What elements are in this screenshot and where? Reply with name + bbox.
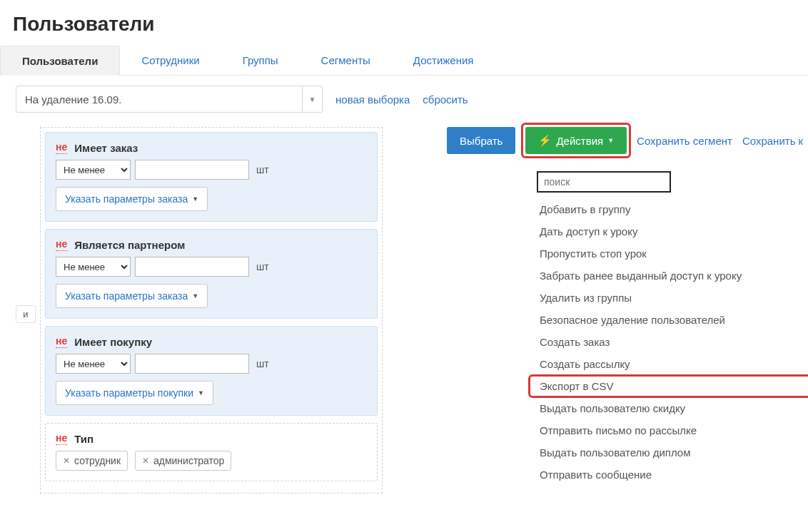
tabs-bar: Пользователи Сотрудники Группы Сегменты … — [0, 46, 808, 76]
chevron-down-icon: ▼ — [192, 195, 198, 203]
dropdown-item[interactable]: Пропустить стоп урок — [527, 242, 808, 265]
close-icon[interactable]: ✕ — [142, 456, 149, 466]
unit-label: шт — [256, 261, 269, 272]
conditions-column: не Имеет заказ Не менее шт Указать парам… — [40, 127, 383, 493]
action-bar: Выбрать ⚡ Действия ▼ Сохранить сегмент С… — [447, 127, 808, 154]
chip-employee[interactable]: ✕ сотрудник — [56, 451, 128, 471]
close-icon[interactable]: ✕ — [63, 456, 70, 466]
not-toggle[interactable]: не — [56, 432, 67, 445]
tab-groups[interactable]: Группы — [221, 46, 300, 75]
value-input[interactable] — [135, 354, 249, 374]
unit-label: шт — [256, 358, 269, 369]
not-toggle[interactable]: не — [56, 335, 67, 348]
saved-filter-select[interactable]: На удаление 16.09. ▼ — [16, 86, 323, 113]
dropdown-item[interactable]: Создать заказ — [527, 331, 808, 353]
dropdown-item[interactable]: Экспорт в CSV — [527, 375, 808, 397]
not-toggle[interactable]: не — [56, 238, 67, 251]
condition-title: Является партнером — [74, 239, 185, 251]
dropdown-item[interactable]: Добавить в группу — [527, 198, 808, 220]
condition-has-purchase: не Имеет покупку Не менее шт Указать пар… — [45, 326, 378, 416]
filter-bar: На удаление 16.09. ▼ новая выборка сброс… — [0, 76, 808, 113]
dropdown-item[interactable]: Удалить из группы — [527, 287, 808, 309]
bolt-icon: ⚡ — [538, 134, 552, 147]
operator-select[interactable]: Не менее — [56, 257, 131, 277]
chip-admin[interactable]: ✕ администратор — [135, 451, 231, 471]
select-button[interactable]: Выбрать — [447, 127, 515, 154]
tab-employees[interactable]: Сотрудники — [120, 46, 221, 75]
reset-link[interactable]: сбросить — [423, 93, 468, 106]
tab-users[interactable]: Пользователи — [0, 46, 120, 76]
condition-title: Имеет покупку — [74, 336, 152, 348]
dropdown-item[interactable]: Создать рассылку — [527, 353, 808, 375]
new-selection-link[interactable]: новая выборка — [335, 93, 410, 106]
save-segment-link[interactable]: Сохранить сегмент — [637, 135, 732, 147]
chevron-down-icon: ▼ — [302, 86, 322, 112]
right-column: Выбрать ⚡ Действия ▼ Сохранить сегмент С… — [447, 127, 808, 154]
condition-is-partner: не Является партнером Не менее шт Указат… — [45, 229, 378, 319]
dropdown-item[interactable]: Забрать ранее выданный доступ к уроку — [527, 265, 808, 287]
actions-dropdown-menu: Добавить в группуДать доступ к урокуПроп… — [527, 164, 808, 493]
chevron-down-icon: ▼ — [607, 137, 614, 144]
dropdown-item[interactable]: Отправить письмо по рассылке — [527, 419, 808, 441]
operator-select[interactable]: Не менее — [56, 354, 131, 374]
not-toggle[interactable]: не — [56, 141, 67, 154]
operator-select[interactable]: Не менее — [56, 160, 131, 180]
actions-dropdown-button[interactable]: ⚡ Действия ▼ — [525, 127, 627, 154]
save-as-link[interactable]: Сохранить к — [742, 135, 803, 147]
chevron-down-icon: ▼ — [198, 389, 204, 397]
dropdown-item[interactable]: Дать доступ к уроку — [527, 220, 808, 242]
tab-achievements[interactable]: Достижения — [392, 46, 495, 75]
saved-filter-text: На удаление 16.09. — [16, 86, 302, 112]
dropdown-item[interactable]: Отправить сообщение — [527, 464, 808, 486]
dropdown-item[interactable]: Уведомить сотрудника — [527, 486, 808, 493]
condition-type: не Тип ✕ сотрудник ✕ администратор — [45, 423, 378, 481]
dropdown-item[interactable]: Безопасное удаление пользователей — [527, 309, 808, 331]
unit-label: шт — [256, 164, 269, 175]
specify-order-params-button[interactable]: Указать параметры заказа ▼ — [56, 187, 208, 211]
value-input[interactable] — [135, 257, 249, 277]
specify-purchase-params-button[interactable]: Указать параметры покупки ▼ — [56, 381, 213, 405]
tab-segments[interactable]: Сегменты — [300, 46, 392, 75]
value-input[interactable] — [135, 160, 249, 180]
dropdown-item[interactable]: Выдать пользователю диплом — [527, 441, 808, 464]
dropdown-search-input[interactable] — [537, 171, 671, 193]
dropdown-item[interactable]: Выдать пользователю скидку — [527, 397, 808, 419]
conjunction-badge[interactable]: и — [16, 305, 36, 323]
condition-title: Имеет заказ — [74, 142, 138, 154]
specify-order-params-button[interactable]: Указать параметры заказа ▼ — [56, 284, 208, 308]
chevron-down-icon: ▼ — [192, 292, 198, 300]
condition-title: Тип — [74, 433, 94, 445]
condition-has-order: не Имеет заказ Не менее шт Указать парам… — [45, 132, 378, 222]
page-title: Пользователи — [0, 0, 808, 46]
